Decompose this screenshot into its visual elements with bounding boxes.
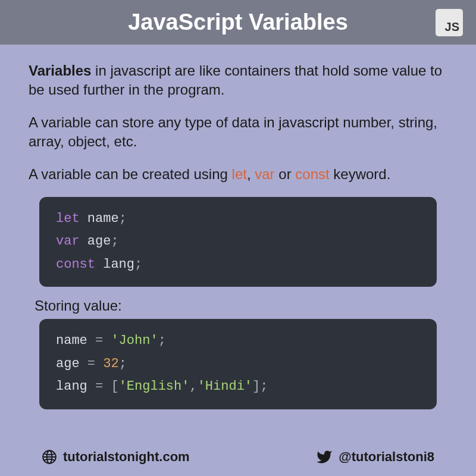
twitter-icon	[316, 449, 333, 465]
token-string: 'English'	[119, 379, 190, 394]
code-line: lang = ['English','Hindi'];	[56, 375, 420, 399]
create-suffix: keyword.	[330, 166, 391, 182]
keyword-var: var	[255, 166, 274, 182]
token-operator: =	[95, 379, 103, 394]
code-line: age = 32;	[56, 353, 420, 376]
keyword-let: let	[232, 166, 247, 182]
token-keyword: var	[56, 234, 80, 249]
code-line: name = 'John';	[56, 330, 420, 353]
token-operator: =	[87, 356, 95, 371]
token-identifier: age	[56, 356, 87, 371]
token-identifier: lang	[56, 379, 95, 394]
token-bracket: ]	[252, 379, 260, 394]
token-identifier: name	[56, 333, 95, 348]
globe-icon	[42, 449, 57, 465]
token-operator: =	[95, 333, 103, 348]
code-line: let name;	[56, 208, 420, 231]
sep1: ,	[247, 166, 255, 182]
storing-value-subhead: Storing value:	[35, 298, 447, 314]
token-string: 'John'	[103, 333, 158, 348]
token-punct: ;	[134, 257, 142, 272]
create-paragraph: A variable can be created using let, var…	[29, 165, 447, 184]
twitter-handle: @tutorialstoni8	[339, 449, 434, 465]
types-paragraph: A variable can store any type of data in…	[29, 113, 447, 152]
token-number: 32	[95, 356, 119, 371]
code-line: const lang;	[56, 253, 420, 277]
page-title: JavaScript Variables	[128, 10, 348, 35]
token-string: 'Hindi'	[198, 379, 252, 394]
token-keyword: let	[56, 211, 80, 226]
code-block-assignment: name = 'John'; age = 32; lang = ['Englis…	[39, 319, 437, 409]
token-bracket: [	[103, 379, 118, 394]
intro-rest: in javascript are like containers that h…	[29, 62, 442, 98]
sep2: or	[275, 166, 296, 182]
token-identifier: name	[80, 211, 119, 226]
token-identifier: lang	[95, 257, 134, 272]
create-prefix: A variable can be created using	[29, 166, 232, 182]
code-line: var age;	[56, 230, 420, 253]
website-link: tutorialstonight.com	[42, 449, 190, 465]
token-identifier: age	[80, 234, 111, 249]
header: JavaScript Variables JS	[0, 0, 476, 45]
footer: tutorialstonight.com @tutorialstoni8	[0, 449, 476, 465]
website-text: tutorialstonight.com	[63, 449, 190, 465]
twitter-link: @tutorialstoni8	[316, 449, 434, 465]
token-punct: ;	[119, 356, 127, 371]
token-comma: ,	[189, 379, 197, 394]
keyword-const: const	[295, 166, 329, 182]
token-keyword: const	[56, 257, 95, 272]
content: Variables in javascript are like contain…	[0, 45, 476, 431]
token-punct: ;	[111, 234, 118, 249]
intro-paragraph: Variables in javascript are like contain…	[29, 61, 447, 100]
token-punct: ;	[260, 379, 268, 394]
js-badge-text: JS	[445, 20, 459, 34]
js-badge-icon: JS	[436, 9, 463, 36]
code-block-declaration: let name; var age; const lang;	[39, 197, 437, 287]
token-punct: ;	[119, 211, 127, 226]
intro-bold: Variables	[29, 62, 91, 79]
token-punct: ;	[158, 333, 166, 348]
